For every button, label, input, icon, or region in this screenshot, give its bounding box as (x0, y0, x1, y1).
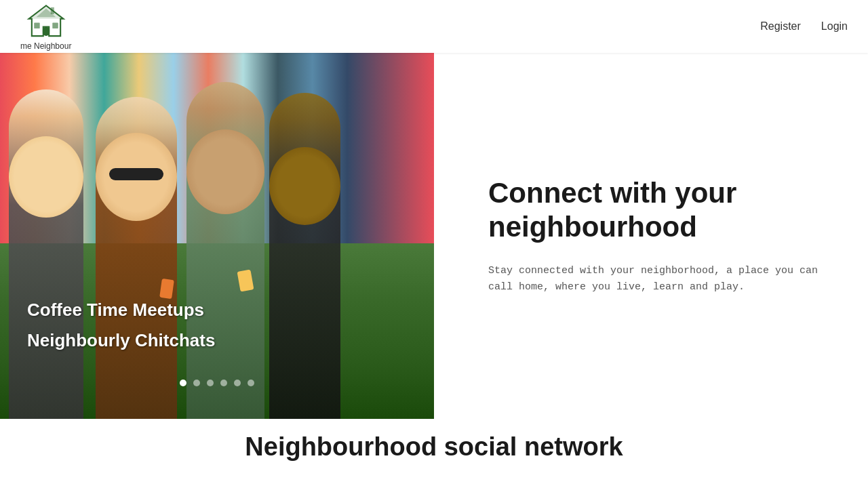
hero-subtext: Stay connected with your neighborhood, a… (488, 263, 827, 296)
bottom-heading: Neighbourhood social network (14, 432, 854, 462)
carousel-dot-4[interactable] (220, 380, 227, 386)
header: me Neighbour Register Login (0, 0, 868, 53)
hero-image-panel: Coffee Time Meetups Neighbourly Chitchat… (0, 53, 434, 419)
hero-text-panel: Connect with your neighbourhood Stay con… (434, 53, 868, 419)
carousel-dots (180, 380, 254, 386)
overlay-title1: Coffee Time Meetups (27, 300, 215, 321)
svg-rect-4 (43, 26, 50, 36)
svg-rect-3 (50, 7, 54, 14)
logo-icon (26, 3, 66, 40)
carousel-dot-6[interactable] (248, 380, 254, 386)
carousel-dot-3[interactable] (207, 380, 214, 386)
overlay-title2: Neighbourly Chitchats (27, 330, 215, 351)
logo-text: me Neighbour (20, 41, 71, 51)
login-link[interactable]: Login (821, 20, 848, 33)
svg-rect-5 (34, 22, 39, 28)
register-link[interactable]: Register (760, 20, 801, 33)
nav: Register Login (760, 20, 848, 33)
hero-heading: Connect with your neighbourhood (488, 176, 827, 245)
svg-rect-6 (52, 22, 58, 28)
hero-section: Coffee Time Meetups Neighbourly Chitchat… (0, 53, 868, 419)
bottom-section: Neighbourhood social network (0, 419, 868, 475)
carousel-dot-2[interactable] (193, 380, 200, 386)
carousel-dot-5[interactable] (234, 380, 241, 386)
hero-overlay: Coffee Time Meetups Neighbourly Chitchat… (27, 300, 215, 351)
logo[interactable]: me Neighbour (20, 3, 71, 51)
carousel-dot-1[interactable] (180, 380, 186, 386)
main-content: Coffee Time Meetups Neighbourly Chitchat… (0, 0, 868, 475)
